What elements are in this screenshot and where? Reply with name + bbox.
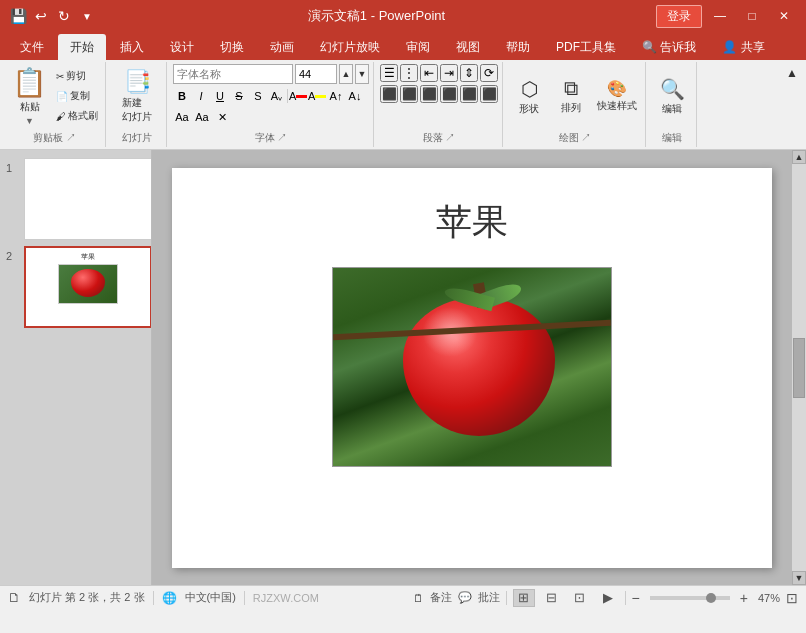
- minimize-button[interactable]: —: [706, 5, 734, 27]
- zoom-in-icon[interactable]: +: [740, 590, 748, 606]
- strikethrough-button[interactable]: S: [230, 87, 248, 105]
- text-direction-button[interactable]: ⇕: [460, 64, 478, 82]
- font-clear-button[interactable]: ✕: [213, 108, 231, 126]
- tab-search[interactable]: 🔍 告诉我: [630, 34, 708, 60]
- ribbon-collapse[interactable]: ▲: [786, 62, 802, 147]
- slide-image[interactable]: [332, 267, 612, 467]
- quick-styles-button[interactable]: 🎨 快速样式: [593, 69, 641, 124]
- paste-dropdown[interactable]: ▼: [25, 116, 34, 126]
- copy-button[interactable]: 📄 复制: [53, 87, 101, 106]
- tab-animations[interactable]: 动画: [258, 34, 306, 60]
- col-button[interactable]: ⬛: [460, 85, 478, 103]
- undo-icon[interactable]: ↩: [31, 6, 51, 26]
- format-painter-button[interactable]: 🖌 格式刷: [53, 107, 101, 126]
- tab-file[interactable]: 文件: [8, 34, 56, 60]
- slide-2-thumb[interactable]: 苹果: [24, 246, 152, 328]
- font-aa-button[interactable]: Aa: [173, 108, 191, 126]
- slide-1-number: 1: [6, 158, 20, 174]
- font-size-down[interactable]: ▼: [355, 64, 369, 84]
- redo-icon[interactable]: ↻: [54, 6, 74, 26]
- font-size-input[interactable]: [295, 64, 337, 84]
- slides-label: 幻灯片: [112, 128, 162, 145]
- underline-button[interactable]: U: [211, 87, 229, 105]
- paragraph-content: ☰ ⋮ ⇤ ⇥ ⇕ ⟳ ⬛ ⬛ ⬛ ⬛ ⬛ ⬛: [380, 64, 498, 128]
- char-spacing-button[interactable]: Aᵥ: [268, 87, 286, 105]
- fit-window-icon[interactable]: ⊡: [786, 590, 798, 606]
- editing-label: 编辑: [652, 128, 692, 145]
- align-left-button[interactable]: ⬛: [380, 85, 398, 103]
- customize-icon[interactable]: ▼: [77, 6, 97, 26]
- comments-label[interactable]: 批注: [478, 590, 500, 605]
- tab-review[interactable]: 审阅: [394, 34, 442, 60]
- title-bar-title: 演示文稿1 - PowerPoint: [97, 7, 656, 25]
- paste-icon: 📋: [12, 66, 47, 99]
- scrollbar-thumb[interactable]: [793, 338, 805, 398]
- slide-sorter-button[interactable]: ⊟: [541, 589, 563, 607]
- indent-inc-button[interactable]: ⇥: [440, 64, 458, 82]
- font-row1: ▲ ▼: [173, 64, 369, 84]
- shapes-button[interactable]: ⬡ 形状: [509, 69, 549, 124]
- tab-view[interactable]: 视图: [444, 34, 492, 60]
- tab-design[interactable]: 设计: [158, 34, 206, 60]
- new-slide-icon: 📑: [124, 69, 151, 95]
- font-color-button[interactable]: A: [289, 87, 307, 105]
- tab-transitions[interactable]: 切换: [208, 34, 256, 60]
- align-right-button[interactable]: ⬛: [420, 85, 438, 103]
- scrollbar-up-button[interactable]: ▲: [792, 150, 806, 164]
- zoom-out-icon[interactable]: −: [632, 590, 640, 606]
- bold-button[interactable]: B: [173, 87, 191, 105]
- tab-share[interactable]: 👤 共享: [710, 34, 776, 60]
- normal-view-button[interactable]: ⊞: [513, 589, 535, 607]
- font-content: ▲ ▼ B I U S S Aᵥ A A A↑ A↓ Aa Aa: [173, 64, 369, 128]
- tab-insert[interactable]: 插入: [108, 34, 156, 60]
- notes-label[interactable]: 备注: [430, 590, 452, 605]
- list-number-button[interactable]: ⋮: [400, 64, 418, 82]
- list-bullet-button[interactable]: ☰: [380, 64, 398, 82]
- shapes-icon: ⬡: [521, 77, 538, 101]
- font-label: 字体 ↗: [173, 128, 369, 145]
- align-center-button[interactable]: ⬛: [400, 85, 418, 103]
- align-justify-button[interactable]: ⬛: [440, 85, 458, 103]
- paste-button[interactable]: 📋 粘贴: [8, 66, 51, 114]
- zoom-thumb[interactable]: [706, 593, 716, 603]
- restore-button[interactable]: □: [738, 5, 766, 27]
- slide-1-thumb[interactable]: [24, 158, 152, 240]
- editing-button[interactable]: 🔍 编辑: [652, 69, 692, 124]
- group-drawing: ⬡ 形状 ⧉ 排列 🎨 快速样式 绘图 ↗: [505, 62, 646, 147]
- tab-help[interactable]: 帮助: [494, 34, 542, 60]
- indent-dec-button[interactable]: ⇤: [420, 64, 438, 82]
- arrange-button[interactable]: ⧉ 排列: [551, 69, 591, 124]
- slide-2-container: 2 苹果: [6, 246, 145, 328]
- arrange-icon: ⧉: [564, 77, 578, 100]
- new-slide-button[interactable]: 📑 新建幻灯片: [112, 69, 162, 124]
- tab-pdf[interactable]: PDF工具集: [544, 34, 628, 60]
- decrease-font-button[interactable]: A↓: [346, 87, 364, 105]
- tab-home[interactable]: 开始: [58, 34, 106, 60]
- login-button[interactable]: 登录: [656, 5, 702, 28]
- scrollbar-down-button[interactable]: ▼: [792, 571, 806, 585]
- main-area: 1 2 苹果 苹果: [0, 150, 806, 585]
- zoom-slider[interactable]: [650, 596, 730, 600]
- paste-label: 粘贴: [20, 100, 40, 114]
- font-aa2-button[interactable]: Aa: [193, 108, 211, 126]
- italic-button[interactable]: I: [192, 87, 210, 105]
- close-button[interactable]: ✕: [770, 5, 798, 27]
- convert-smartart-button[interactable]: ⟳: [480, 64, 498, 82]
- increase-font-button[interactable]: A↑: [327, 87, 345, 105]
- font-name-input[interactable]: [173, 64, 293, 84]
- text-highlight-button[interactable]: A: [308, 87, 326, 105]
- language-label: 中文(中国): [185, 590, 236, 605]
- font-size-up[interactable]: ▲: [339, 64, 353, 84]
- slideshow-view-button[interactable]: ▶: [597, 589, 619, 607]
- copy-label: 复制: [70, 89, 90, 103]
- reading-view-button[interactable]: ⊡: [569, 589, 591, 607]
- cut-button[interactable]: ✂ 剪切: [53, 67, 101, 86]
- highlight-bar: [315, 95, 326, 98]
- save-icon[interactable]: 💾: [8, 6, 28, 26]
- collapse-icon[interactable]: ▲: [786, 66, 798, 80]
- text-shadow-button[interactable]: S: [249, 87, 267, 105]
- tab-slideshow[interactable]: 幻灯片放映: [308, 34, 392, 60]
- line-spacing-button[interactable]: ⬛: [480, 85, 498, 103]
- drawing-content: ⬡ 形状 ⧉ 排列 🎨 快速样式: [509, 64, 641, 128]
- zoom-level[interactable]: 47%: [758, 592, 780, 604]
